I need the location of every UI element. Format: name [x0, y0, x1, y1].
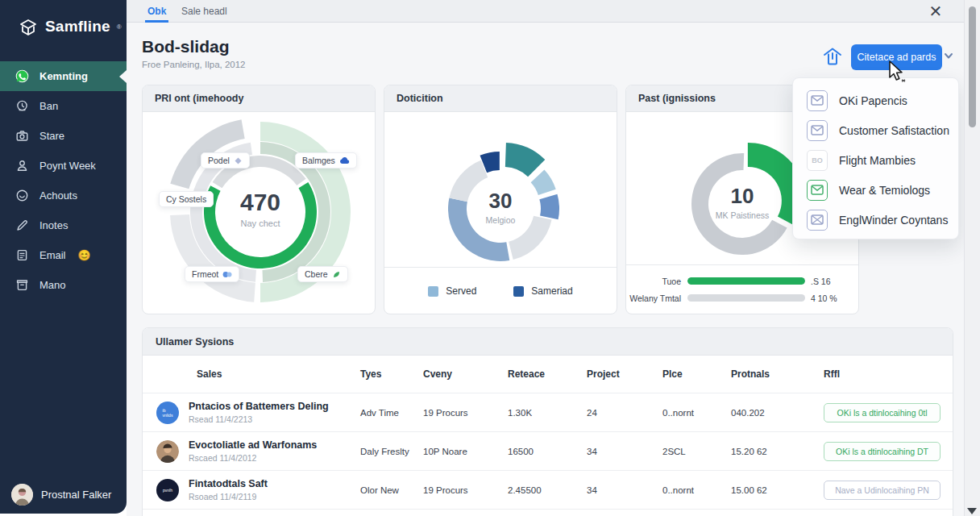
menu-item-customer-safistaction[interactable]: Customer Safistaction	[793, 115, 958, 145]
sidebar-item-achouts[interactable]: Achouts	[0, 181, 127, 210]
callout-cy-sostels[interactable]: Cy Sostels	[159, 191, 214, 207]
legend-label: Served	[446, 285, 476, 297]
sidebar-item-label: Ban	[39, 100, 58, 112]
sidebar-item-ban[interactable]: Ban	[0, 91, 127, 121]
row-subtext: Rscaed 11/4/2012	[189, 453, 360, 463]
column-header-reteace: Reteace	[508, 368, 587, 380]
cell-project: 34	[587, 485, 662, 495]
row-avatar	[156, 440, 179, 463]
sidebar-item-label: Email	[39, 249, 66, 261]
cell-reteace: 2.45500	[508, 485, 587, 495]
person-icon	[15, 159, 29, 173]
camera-icon	[15, 129, 29, 143]
bo-box-icon: BO	[807, 150, 828, 171]
progress-value: .S 16	[805, 277, 831, 286]
cell-plce: 0..nornt	[662, 485, 731, 495]
emoji-icon: 😊	[78, 249, 91, 261]
progress-row-1: Welany Tmtal4 10 %	[626, 290, 858, 306]
sidebar-item-kemnting[interactable]: Kemnting	[0, 61, 127, 91]
cell-protnals: 15.20 62	[731, 447, 824, 456]
scrollbar-thumb[interactable]	[969, 6, 976, 127]
donut-chart-1: 470 Nay chect Podel Balmges Cy Sostels F…	[143, 112, 375, 314]
table-title: Ullamer Sysions	[143, 328, 953, 356]
callout-frmeot[interactable]: Frmeot	[185, 266, 239, 282]
tab-obk[interactable]: Obk	[147, 0, 166, 23]
scrollbar-track[interactable]	[964, 0, 980, 516]
sidebar-item-inotes[interactable]: Inotes	[0, 210, 127, 240]
cell-cveny: 19 Procurs	[423, 408, 508, 418]
sidebar: Samfline® KemntingBanStarePoynt WeekAcho…	[0, 0, 127, 514]
row-subtext: Rsoaed 11/4/2119	[189, 492, 360, 501]
cell-protnals: 15.00 62	[731, 485, 824, 495]
menu-item-flight-mambies[interactable]: BOFlight Mambies	[793, 145, 958, 175]
cell-tyes: Daly Freslty	[360, 447, 423, 456]
upload-icon[interactable]	[822, 46, 843, 67]
progress-track	[687, 294, 805, 302]
progress-value: 4 10 %	[805, 293, 837, 303]
mail-icon	[807, 90, 828, 111]
tab-sale-headl[interactable]: Sale headl	[181, 0, 227, 23]
donut-caption: Nay chect	[201, 218, 319, 228]
table-row[interactable]: Evoctoliatle ad WarfonamsRscaed 11/4/201…	[143, 432, 953, 471]
row-avatar: pvnlh	[156, 479, 179, 501]
app-logo: Samfline®	[0, 0, 127, 37]
donut-center: 30 Melgioo	[442, 189, 559, 225]
row-action-button[interactable]: Nave a Udinlocaihing PN	[824, 481, 941, 500]
donut-center: 10 MK Paistiness	[683, 184, 801, 220]
menu-item-englwinder-coyntans[interactable]: EnglWinder Coyntans	[793, 205, 958, 235]
menu-item-label: Flight Mambies	[839, 154, 916, 167]
user-name: Prostnal Falker	[41, 489, 111, 501]
sidebar-item-label: Inotes	[39, 219, 68, 231]
clock-icon	[15, 99, 29, 113]
callout-podel[interactable]: Podel	[201, 152, 250, 169]
column-header-sales: Sales	[189, 368, 360, 380]
row-action-button[interactable]: OKi ls a dtinlocaihing 0tl	[824, 403, 941, 422]
sidebar-user[interactable]: Prostnal Falker	[0, 484, 127, 506]
menu-item-label: Customer Safistaction	[839, 124, 949, 137]
callout-cbere[interactable]: Cbere	[297, 266, 348, 282]
card-pri-ont: PRI ont (imehoody 470 Nay chect Podel Ba…	[142, 85, 376, 314]
card-title: PRI ont (imehoody	[143, 85, 375, 112]
callout-balmges[interactable]: Balmges	[295, 152, 357, 169]
sidebar-item-poynt-week[interactable]: Poynt Week	[0, 151, 127, 181]
sidebar-item-email[interactable]: Email😊	[0, 240, 127, 270]
menu-item-oki-papencis[interactable]: OKi Papencis	[793, 85, 958, 115]
logo-cube-icon	[18, 16, 39, 37]
row-name: Pntacios of Battemers Deling	[189, 401, 360, 412]
table-header-row: SalesTyesCvenyReteaceProjectPlceProtnals…	[143, 356, 953, 393]
progress-bars: Tuoe.S 16Welany Tmtal4 10 %	[626, 264, 858, 314]
card-title: Doticition	[384, 85, 617, 112]
user-avatar	[11, 484, 33, 506]
card-doticition: Doticition 30 Melgioo ServedSameriad	[384, 85, 617, 314]
sidebar-item-stare[interactable]: Stare	[0, 121, 127, 151]
donut-value: 10	[683, 184, 801, 209]
sidebar-item-label: Achouts	[39, 189, 77, 202]
page-title: Bod-slidag	[142, 37, 230, 56]
scroll-down-arrow-icon[interactable]	[967, 508, 977, 514]
donut-value: 470	[201, 189, 319, 216]
blue-dot-icon	[222, 270, 232, 279]
cell-project: 34	[587, 447, 662, 456]
menu-item-label: EnglWinder Coyntans	[839, 214, 948, 227]
archive-icon	[15, 278, 29, 292]
table-row[interactable]: pvnlhFintatodtals SaftRsoaed 11/4/2119Ol…	[143, 471, 953, 510]
logo-text: Samfline	[45, 18, 110, 35]
close-icon[interactable]: ✕	[927, 2, 945, 20]
mail-icon	[807, 120, 828, 141]
sidebar-item-mano[interactable]: Mano	[0, 270, 127, 300]
table-row[interactable]: ibvnlidsPntacios of Battemers DelingRsea…	[143, 393, 953, 432]
row-name: Evoctoliatle ad Warfonams	[189, 439, 360, 451]
mail-green-icon	[807, 180, 828, 201]
chevron-down-icon[interactable]	[943, 50, 954, 61]
sidebar-item-label: Mano	[39, 279, 66, 291]
legend-item-sameriad: Sameriad	[513, 285, 572, 297]
cell-cveny: 10P Noare	[423, 447, 508, 456]
tab-bar: Obk Sale headl ✕	[127, 0, 980, 23]
progress-row-0: Tuoe.S 16	[626, 273, 858, 289]
row-action-button[interactable]: OKi ls a dtinlocaihing DT	[824, 442, 941, 461]
table-card: Ullamer Sysions SalesTyesCvenyReteacePro…	[142, 327, 953, 516]
row-avatar: ibvnlids	[156, 402, 179, 424]
progress-fill	[687, 277, 805, 285]
menu-item-wear-temiologs[interactable]: Wear & Temiologs	[793, 175, 958, 205]
blue-cloud-icon	[339, 156, 350, 165]
